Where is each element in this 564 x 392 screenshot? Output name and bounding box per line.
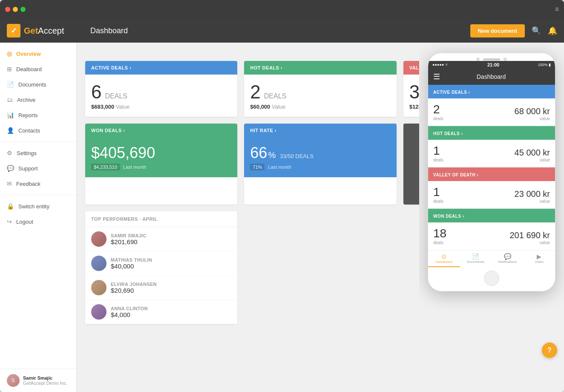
user-info: Samir Smajic GetAccept Demo Inc. — [23, 375, 68, 386]
mobile-won-deals-header[interactable]: WON DEALS › — [428, 209, 555, 222]
mobile-valley-left: 1 deals — [433, 185, 443, 204]
mobile-active-deals-left: 2 deals — [433, 103, 443, 121]
mobile-valley-right: 23 000 kr value — [515, 189, 550, 204]
mobile-battery: 100% ▮ — [538, 63, 551, 67]
hit-rate-header[interactable]: HIT RATE › — [244, 124, 396, 137]
mobile-hot-deals-title: HOT DEALS › — [433, 131, 463, 136]
search-icon[interactable]: 🔍 — [532, 26, 541, 35]
mobile-hot-deals-left: 1 deals — [433, 144, 443, 162]
mobile-preview-panel: ●●●●● ᯤ 21:00 100% ▮ ☰ Dashboard — [419, 43, 564, 392]
mobile-nav-notifications[interactable]: 💬 Notifications — [492, 251, 524, 267]
hot-deals-card: HOT DEALS › 2 DEALS $60,000 Value — [244, 61, 396, 117]
mobile-hot-deals: HOT DEALS › 1 deals 45 000 kr value — [428, 126, 555, 167]
mobile-nav-dashboard[interactable]: ⊙ Dashboard — [428, 251, 460, 267]
notifications-icon[interactable]: 🔔 — [548, 26, 557, 35]
mobile-valley: VALLEY OF DEATH › 1 deals 23 000 kr valu… — [428, 167, 555, 208]
won-deals-card: WON DEALS › $405,690 $4,233,510 Last mon… — [85, 124, 237, 205]
mobile-notch — [428, 53, 555, 61]
sidebar-item-feedback[interactable]: ✉ Feedback — [0, 176, 76, 191]
sidebar-item-contacts[interactable]: 👤 Contacts — [0, 123, 76, 138]
navbar-actions: New document 🔍 🔔 — [470, 24, 557, 37]
support-icon: 💬 — [7, 165, 14, 172]
logo-icon: ✓ — [7, 24, 20, 37]
mobile-bottom-nav: ⊙ Dashboard 📄 Documents 💬 Notifications — [428, 250, 555, 267]
user-company: GetAccept Demo Inc. — [23, 380, 68, 386]
won-deals-header[interactable]: WON DEALS › — [85, 124, 237, 137]
mobile-nav-dashboard-icon: ⊙ — [441, 253, 446, 260]
sidebar-item-archive[interactable]: 🗂 Archive — [0, 92, 76, 107]
won-last-month-label: Last month — [123, 164, 146, 170]
mobile-valley-header[interactable]: VALLEY OF DEATH › — [428, 167, 555, 181]
mobile-frame: ●●●●● ᯤ 21:00 100% ▮ ☰ Dashboard — [428, 53, 555, 291]
mobile-active-deals-value-label: value — [515, 116, 550, 121]
performer-item-3: ELVIRA JOHANSEN $20,690 — [85, 276, 237, 300]
active-deals-header[interactable]: ACTIVE DEALS › — [85, 61, 237, 75]
sidebar-item-logout[interactable]: ↪ Logout — [0, 214, 76, 229]
new-document-button[interactable]: New document — [470, 24, 525, 37]
sidebar-item-dealboard[interactable]: ⊞ Dealboard — [0, 61, 76, 77]
performer-avatar-3 — [91, 280, 106, 295]
mobile-won-deals-body: 18 deals 201 690 kr value — [428, 222, 555, 249]
user-name: Samir Smajic — [23, 375, 68, 380]
sidebar-footer: S Samir Smajic GetAccept Demo Inc. — [0, 369, 76, 392]
settings-icon: ⚙ — [7, 150, 12, 156]
menu-icon[interactable]: ≡ — [555, 6, 559, 13]
mobile-active-deals-value: 68 000 kr — [515, 107, 550, 116]
sidebar-nav: ◎ Overview ⊞ Dealboard 📄 Documents 🗂 Arc… — [0, 43, 76, 369]
active-deals-count: 6 DEALS — [91, 81, 231, 103]
mobile-active-deals-title: ACTIVE DEALS › — [433, 90, 470, 95]
mobile-valley-body: 1 deals 23 000 kr value — [428, 181, 555, 208]
help-button[interactable]: ? — [542, 343, 557, 358]
sidebar-item-documents[interactable]: 📄 Documents — [0, 77, 76, 92]
documents-icon: 📄 — [7, 81, 14, 88]
sidebar-item-overview[interactable]: ◎ Overview — [0, 46, 76, 61]
mobile-signal: ●●●●● ᯤ — [432, 63, 449, 67]
sidebar-item-settings[interactable]: ⚙ Settings — [0, 145, 76, 161]
hit-rate-card: HIT RATE › 66% 33/50 DEALS 71% Last mont… — [244, 124, 396, 205]
top-performers-card: TOP PERFORMERS · APRIL SAMIR SMAJIC $201… — [85, 211, 237, 324]
mobile-won-right: 201 690 kr value — [509, 231, 550, 245]
performer-item-4: ANNA CLINTON $4,000 — [85, 300, 237, 324]
won-amount: $405,690 — [91, 144, 231, 162]
feedback-icon: ✉ — [7, 180, 12, 187]
sidebar-divider-2 — [0, 195, 76, 195]
mobile-header: ☰ Dashboard — [428, 69, 555, 85]
sidebar-item-reports[interactable]: 📊 Reports — [0, 107, 76, 123]
won-sub: $4,233,510 Last month — [91, 164, 231, 170]
mobile-active-deals-header[interactable]: ACTIVE DEALS › — [428, 85, 555, 98]
logo-text: GetAccept — [24, 26, 64, 36]
minimize-button[interactable] — [13, 7, 18, 12]
mobile-dot-right — [504, 58, 507, 61]
won-deals-body: $405,690 $4,233,510 Last month — [85, 137, 237, 177]
hot-deals-header[interactable]: HOT DEALS › — [244, 61, 396, 75]
mobile-menu-icon[interactable]: ☰ — [433, 72, 440, 81]
performer-item-2: MATHIAS THULIN $40,000 — [85, 251, 237, 276]
switch-entity-icon: 🔒 — [7, 203, 14, 210]
close-button[interactable] — [5, 7, 10, 12]
mobile-valley-title: VALLEY OF DEATH › — [433, 173, 478, 177]
hit-rate-body: 66% 33/50 DEALS 71% Last month — [244, 137, 396, 177]
dealboard-icon: ⊞ — [7, 66, 12, 72]
mobile-nav-video[interactable]: ▶ Video — [524, 251, 555, 267]
user-avatar: S — [7, 374, 20, 387]
maximize-button[interactable] — [20, 7, 26, 12]
performer-info-3: ELVIRA JOHANSEN $20,690 — [111, 282, 231, 294]
logout-icon: ↪ — [7, 218, 12, 225]
mobile-won-deals: WON DEALS › 18 deals 201 690 kr value — [428, 209, 555, 249]
mobile-nav-documents[interactable]: 📄 Documents — [460, 251, 492, 267]
mobile-hot-deals-header[interactable]: HOT DEALS › — [428, 126, 555, 140]
mobile-dot-left — [476, 58, 480, 61]
reports-icon: 📊 — [7, 112, 14, 118]
performers-title: TOP PERFORMERS · APRIL — [91, 216, 231, 222]
mobile-status-bar: ●●●●● ᯤ 21:00 100% ▮ — [428, 61, 555, 69]
mobile-home-button[interactable] — [484, 271, 499, 286]
mobile-home-button-area — [428, 267, 555, 291]
navbar: ✓ GetAccept Dashboard New document 🔍 🔔 — [0, 19, 564, 43]
mobile-hot-deals-right: 45 000 kr value — [515, 148, 550, 162]
hit-rate-value: 66% 33/50 DEALS — [250, 144, 390, 162]
sidebar-item-switch-entity[interactable]: 🔒 Switch entity — [0, 199, 76, 214]
sidebar-item-support[interactable]: 💬 Support — [0, 161, 76, 176]
performer-avatar-2 — [91, 256, 106, 271]
mobile-active-deals-label: deals — [433, 116, 443, 121]
titlebar: ≡ — [0, 0, 564, 19]
